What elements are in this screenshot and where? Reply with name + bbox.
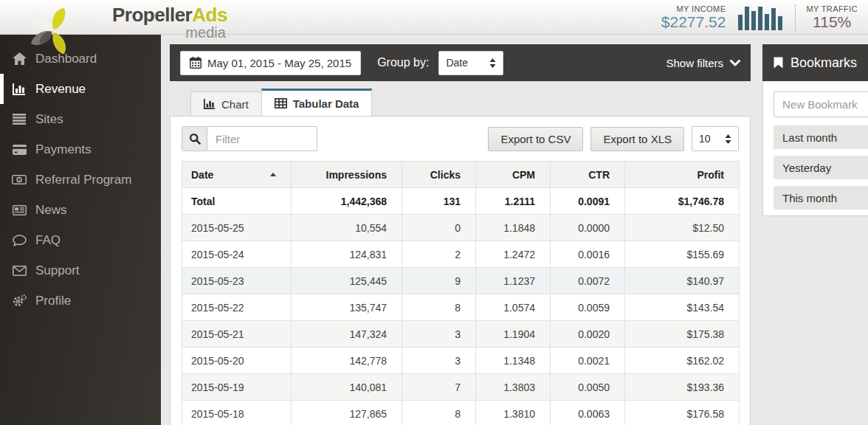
revenue-table: Date Impressions Clicks CPM CTR Profit T… xyxy=(182,161,740,425)
table-total-row: Total 1,442,368 131 1.2111 0.0091 $1,746… xyxy=(182,188,740,215)
propeller-logo-icon xyxy=(19,1,87,62)
logo-text: PropellerAds media xyxy=(112,5,227,40)
credit-card-icon xyxy=(11,142,27,156)
bar-chart-icon xyxy=(11,82,27,96)
speech-bubble-icon xyxy=(11,233,27,247)
income-label: MY INCOME xyxy=(661,4,726,13)
group-by-selected-value: Date xyxy=(446,57,468,69)
filter-input[interactable] xyxy=(207,127,317,151)
income-stat: MY INCOME $2277.52 xyxy=(661,4,726,30)
logo-ads-part: Ads xyxy=(192,4,227,26)
list-icon xyxy=(11,112,27,126)
column-header-ctr[interactable]: CTR xyxy=(551,162,625,188)
sidebar-item-label: Support xyxy=(35,263,80,278)
report-toolbar: May 01, 2015 - May 25, 2015 Group by: Da… xyxy=(170,44,751,81)
export-csv-button[interactable]: Export to CSV xyxy=(488,127,583,151)
sidebar-item-sites[interactable]: Sites xyxy=(0,104,161,134)
date-range-value: May 01, 2015 - May 25, 2015 xyxy=(207,57,351,69)
bookmarks-header: Bookmarks xyxy=(762,44,868,81)
tab-chart[interactable]: Chart xyxy=(190,91,262,116)
export-xls-button[interactable]: Export to XLS xyxy=(590,127,684,151)
tab-tabular-label: Tabular Data xyxy=(293,97,359,110)
column-header-clicks[interactable]: Clicks xyxy=(402,162,476,188)
svg-text:1: 1 xyxy=(18,177,21,182)
tab-tabular-data[interactable]: Tabular Data xyxy=(261,89,373,116)
sidebar-item-faq[interactable]: FAQ xyxy=(0,225,161,255)
table-row-highlighted: 2015-05-23 125,445 9 1.1237 0.0072 $140.… xyxy=(182,268,740,294)
bookmark-item-yesterday[interactable]: Yesterday xyxy=(774,156,868,179)
sidebar-item-label: Profile xyxy=(35,294,71,308)
group-by-label: Group by: xyxy=(377,56,429,69)
tab-chart-label: Chart xyxy=(221,98,249,111)
date-range-picker[interactable]: May 01, 2015 - May 25, 2015 xyxy=(180,51,361,75)
sidebar-item-label: Referral Program xyxy=(35,173,131,187)
new-bookmark-input[interactable] xyxy=(774,91,868,117)
table-row: 2015-05-21 147,324 3 1.1904 0.0020 $175.… xyxy=(182,321,740,348)
tabular-data-panel: Export to CSV Export to XLS 10 Date Impr… xyxy=(170,116,751,425)
calendar-icon xyxy=(190,57,202,69)
column-header-cpm[interactable]: CPM xyxy=(476,162,551,188)
sidebar-item-support[interactable]: Support xyxy=(0,255,161,286)
export-group: Export to CSV Export to XLS 10 xyxy=(488,126,739,151)
traffic-stat: MY TRAFFIC 115% xyxy=(806,4,864,30)
search-button[interactable] xyxy=(182,127,207,151)
group-by-select[interactable]: Date xyxy=(438,51,503,75)
show-filters-toggle[interactable]: Show filters xyxy=(666,57,740,69)
sidebar-item-label: Payments xyxy=(35,142,92,157)
column-header-profit[interactable]: Profit xyxy=(625,162,740,188)
search-icon xyxy=(189,133,201,145)
income-value: $2277.52 xyxy=(661,13,726,30)
bookmark-item-this-month[interactable]: This month xyxy=(774,186,868,210)
sidebar-item-label: Sites xyxy=(35,112,63,127)
view-tabs: Chart Tabular Data xyxy=(190,89,372,116)
table-row: 2015-05-19 140,081 7 1.3803 0.0050 $193.… xyxy=(182,374,740,401)
gears-icon xyxy=(11,294,27,308)
chevron-down-icon xyxy=(730,60,740,66)
table-header-row: Date Impressions Clicks CPM CTR Profit xyxy=(182,162,740,188)
table-row: 2015-05-25 10,554 0 1.1848 0.0000 $12.50 xyxy=(182,215,740,241)
sidebar-item-label: FAQ xyxy=(35,233,61,248)
bookmark-item-last-month[interactable]: Last month xyxy=(774,125,868,149)
logo-media-part: media xyxy=(112,25,227,40)
table-grid-icon xyxy=(275,98,287,108)
sidebar-item-referral-program[interactable]: 1 Referral Program xyxy=(0,165,161,195)
chart-tab-icon xyxy=(204,99,216,109)
stat-divider xyxy=(795,4,796,31)
bookmarks-panel: Bookmarks Last month Yesterday This mont… xyxy=(762,44,868,216)
table-row: 2015-05-22 135,747 8 1.0574 0.0059 $143.… xyxy=(182,294,740,321)
envelope-icon xyxy=(11,263,27,277)
banknote-icon: 1 xyxy=(11,173,27,187)
sort-ascending-icon xyxy=(270,173,276,176)
page-size-select[interactable]: 10 xyxy=(692,126,739,151)
page-size-value: 10 xyxy=(699,133,711,145)
filter-group xyxy=(182,126,317,151)
newspaper-icon xyxy=(11,203,27,217)
select-spinner-icon xyxy=(725,134,731,144)
bookmarks-title: Bookmarks xyxy=(790,55,857,71)
sidebar-item-payments[interactable]: Payments xyxy=(0,134,161,165)
filter-row: Export to CSV Export to XLS 10 xyxy=(170,117,750,159)
sidebar-item-revenue[interactable]: Revenue xyxy=(0,74,161,104)
traffic-value: 115% xyxy=(806,13,858,30)
table-row: 2015-05-18 127,865 8 1.3810 0.0063 $176.… xyxy=(182,401,740,425)
sidebar-item-profile[interactable]: Profile xyxy=(0,286,161,316)
column-header-impressions[interactable]: Impressions xyxy=(292,162,402,188)
income-bars-icon xyxy=(737,5,785,30)
sidebar: Dashboard Revenue Sites Payments 1 Refer… xyxy=(0,35,161,425)
sidebar-item-label: Revenue xyxy=(35,82,86,97)
sidebar-item-label: News xyxy=(35,203,67,218)
logo-wordmark: PropellerAds xyxy=(112,5,227,24)
table-row: 2015-05-24 124,831 2 1.2472 0.0016 $155.… xyxy=(182,241,740,268)
table-row: 2015-05-20 142,778 3 1.1348 0.0021 $162.… xyxy=(182,348,740,374)
column-header-label: Date xyxy=(191,169,213,181)
column-header-date[interactable]: Date xyxy=(182,162,292,188)
bookmarks-card: Last month Yesterday This month xyxy=(762,81,868,216)
sidebar-item-news[interactable]: News xyxy=(0,195,161,225)
traffic-label: MY TRAFFIC xyxy=(806,4,858,13)
bookmark-icon xyxy=(774,57,783,69)
show-filters-label: Show filters xyxy=(666,57,723,69)
select-spinner-icon xyxy=(489,58,496,68)
